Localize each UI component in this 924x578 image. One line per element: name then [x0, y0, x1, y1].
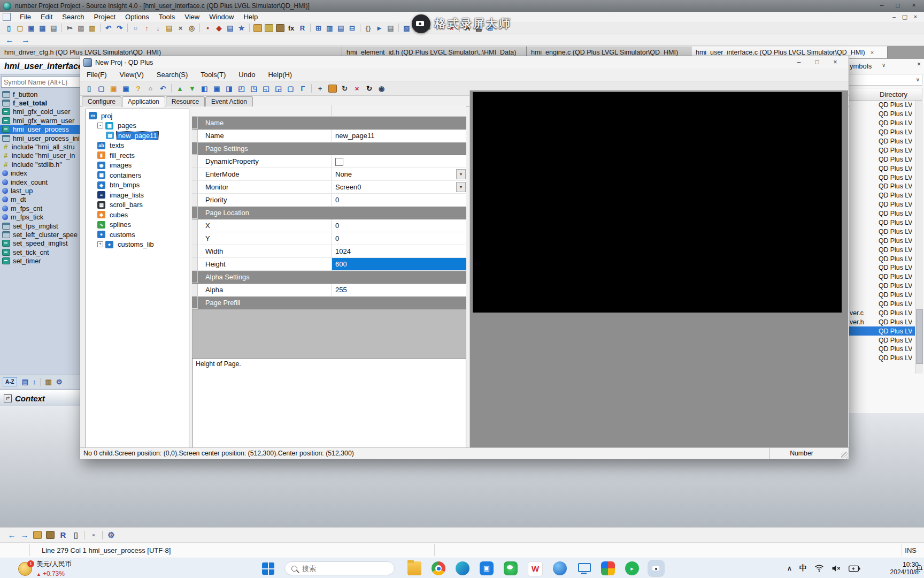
bookmark-list-icon[interactable]: ◆: [214, 23, 224, 33]
move-up-icon[interactable]: ▲: [174, 83, 186, 94]
zoom-icon[interactable]: ○: [145, 83, 156, 94]
directory-row[interactable]: QD Plus LV: [849, 300, 915, 309]
same-width-icon[interactable]: ◲: [273, 83, 284, 94]
tree-item-customs_lib[interactable]: +●customs_lib: [86, 240, 189, 250]
undo-icon[interactable]: ↶: [157, 83, 168, 94]
symbol-item[interactable]: set_fps_imglist: [0, 222, 83, 230]
move-down-icon[interactable]: ▼: [187, 83, 198, 94]
qd-tab-application[interactable]: Application: [122, 96, 165, 107]
symbol-item[interactable]: f_set_total: [0, 98, 83, 107]
save-all-icon[interactable]: ▦: [37, 23, 48, 33]
menu-search[interactable]: Search: [57, 12, 89, 22]
tree-item-customs[interactable]: ●customs: [86, 230, 189, 240]
paste-icon[interactable]: ▥: [87, 23, 97, 33]
monitor-icon[interactable]: [577, 561, 591, 575]
reference-icon[interactable]: [264, 23, 274, 33]
resize-grip[interactable]: [841, 452, 848, 459]
green-app-icon[interactable]: ▸: [625, 561, 639, 575]
dropdown-button[interactable]: ▼: [456, 169, 466, 179]
script-r-icon[interactable]: R: [297, 23, 307, 33]
align-middle-icon[interactable]: ◳: [248, 83, 259, 94]
align-top-icon[interactable]: ◰: [236, 83, 247, 94]
start-button[interactable]: [262, 562, 274, 575]
close-button[interactable]: ×: [906, 1, 922, 11]
directory-row[interactable]: QD Plus LV: [849, 254, 915, 263]
help-book-icon[interactable]: ▥: [45, 378, 51, 386]
scrollbar-thumb[interactable]: [916, 309, 923, 364]
save-icon[interactable]: ▣: [26, 23, 36, 33]
symbol-item[interactable]: set_left_cluster_spee: [0, 230, 83, 239]
property-value[interactable]: new_page11: [332, 130, 466, 142]
file-list-icon[interactable]: ▤: [225, 23, 235, 33]
save-icon[interactable]: ▣: [108, 83, 119, 94]
directory-row[interactable]: QD Plus LV: [849, 209, 915, 218]
directory-row[interactable]: QD Plus LV: [849, 326, 915, 336]
widgets-button[interactable]: 1 美元/人民币 ▲+0.73%: [18, 560, 72, 577]
corner-icon[interactable]: Γ: [297, 83, 309, 94]
indent-right-icon[interactable]: ►: [374, 23, 384, 33]
menu-window[interactable]: Window: [204, 12, 238, 22]
directory-row[interactable]: ver.hQD Plus LV: [849, 317, 915, 326]
table-icon[interactable]: ⊞: [313, 23, 324, 33]
tree-item-image_lists[interactable]: ≡image_lists: [86, 190, 189, 200]
symbol-item[interactable]: set_timer: [0, 256, 83, 265]
symbol-item[interactable]: index: [0, 169, 83, 178]
help-icon[interactable]: ?: [133, 83, 144, 94]
page-preview-panel[interactable]: [469, 90, 848, 448]
symbols-panel-chevron-icon[interactable]: ∨: [882, 62, 886, 68]
redo-icon[interactable]: ↷: [114, 23, 125, 33]
qd-tab-event-action[interactable]: Event Action: [205, 96, 253, 107]
columns-icon[interactable]: ▥: [325, 23, 335, 33]
browser-sphere-icon[interactable]: [553, 561, 567, 575]
qd-menu-help[interactable]: Help(H): [261, 70, 298, 80]
open-icon[interactable]: ▢: [96, 83, 107, 94]
align-center-h-icon[interactable]: ▣: [211, 83, 222, 94]
symbol-item[interactable]: hmi_gfx_cold_user: [0, 108, 83, 116]
tree-item-btn_bmps[interactable]: ◈btn_bmps: [86, 180, 189, 191]
taskbar-search-box[interactable]: [284, 561, 395, 575]
qd-tab-resource[interactable]: Resource: [166, 96, 205, 107]
property-value[interactable]: None▼: [332, 168, 466, 181]
property-value[interactable]: 1024: [332, 245, 466, 258]
taskbar-search-input[interactable]: [301, 564, 378, 573]
directory-row[interactable]: QD Plus LV: [849, 164, 915, 173]
tree-expander-icon[interactable]: -: [97, 123, 103, 128]
symbol-item[interactable]: index_count: [0, 178, 83, 186]
history-back-icon[interactable]: ←: [5, 35, 14, 45]
taskbar-clock[interactable]: 10:30 2024/10/8: [888, 561, 919, 576]
tree-item-proj[interactable]: ▭proj: [86, 111, 189, 121]
symbol-search-input[interactable]: [1, 77, 82, 88]
lock-icon[interactable]: ▪: [88, 529, 99, 541]
new-file-icon[interactable]: ▯: [4, 23, 14, 33]
directory-row[interactable]: QD Plus LV: [849, 227, 915, 236]
property-value[interactable]: 0: [332, 219, 466, 232]
braces-icon[interactable]: {}: [363, 23, 373, 33]
align-left-icon[interactable]: ◧: [199, 83, 210, 94]
settings-gear-icon[interactable]: ⚙: [105, 529, 117, 541]
symbol-item[interactable]: hmi_user_process: [0, 125, 83, 134]
symbol-item[interactable]: last_up: [0, 186, 83, 195]
bookmark-icon[interactable]: ▪: [203, 23, 213, 33]
qd-menu-search[interactable]: Search(S): [150, 70, 195, 80]
tree-item-texts[interactable]: abtexts: [86, 141, 189, 151]
list-view-icon[interactable]: ▤: [22, 378, 28, 386]
qd-menu-tools[interactable]: Tools(T): [194, 70, 232, 80]
symbols-filter-dropdown[interactable]: ∨: [849, 74, 922, 86]
cascade-icon[interactable]: ▧: [402, 23, 412, 33]
directory-column-header[interactable]: Directory: [849, 88, 922, 101]
directory-row[interactable]: QD Plus LV: [849, 101, 915, 110]
directory-row[interactable]: QD Plus LV: [849, 282, 915, 291]
symbol-hand-icon[interactable]: [252, 23, 263, 33]
qd-menu-view[interactable]: View(V): [113, 70, 150, 80]
symbol-item[interactable]: m_fps_cnt: [0, 204, 83, 212]
directory-row[interactable]: QD Plus LV: [849, 236, 915, 245]
symbol-item[interactable]: m_dt: [0, 195, 83, 204]
help-book-icon[interactable]: [44, 529, 56, 541]
property-value[interactable]: 0: [332, 194, 466, 207]
dynamic-property-checkbox[interactable]: [335, 158, 343, 166]
pan-hand-icon[interactable]: [327, 83, 338, 94]
symbol-item[interactable]: #include "stdlib.h": [0, 160, 83, 169]
directory-row[interactable]: QD Plus LV: [849, 119, 915, 128]
search-in-files-icon[interactable]: ▤: [164, 23, 174, 33]
directory-row[interactable]: QD Plus LV: [849, 354, 915, 363]
